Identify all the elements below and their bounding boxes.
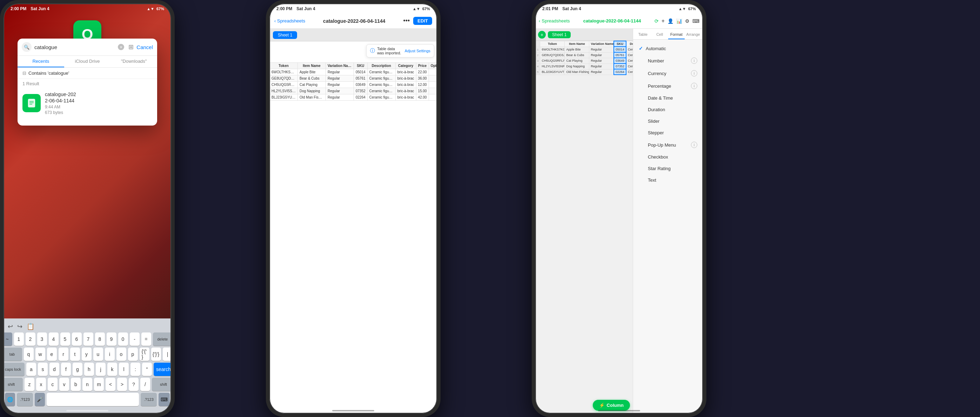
key-r[interactable]: r bbox=[59, 347, 68, 361]
search-input[interactable]: catalogue bbox=[34, 44, 115, 50]
info-icon-button[interactable]: i bbox=[691, 70, 697, 76]
format-option-text[interactable]: Text bbox=[633, 174, 703, 186]
key-3[interactable]: 3 bbox=[37, 333, 47, 346]
key-k[interactable]: k bbox=[107, 363, 117, 376]
info-icon-button[interactable]: i bbox=[691, 142, 697, 148]
key-shift-right[interactable]: shift bbox=[152, 378, 171, 391]
table-row[interactable]: CH5UQG5RFLIV5ATUGQKJJXOCat PlayingRegula… bbox=[270, 82, 438, 88]
key-c[interactable]: c bbox=[48, 378, 57, 391]
format-option-star-rating[interactable]: Star Rating bbox=[633, 163, 703, 174]
key-pipe[interactable]: | bbox=[163, 347, 172, 361]
key-semicolon[interactable]: : bbox=[130, 363, 140, 376]
grid-view-button[interactable]: ⊞ bbox=[128, 43, 134, 51]
tab-downloads[interactable]: "Downloads" bbox=[110, 56, 157, 67]
key-o[interactable]: o bbox=[116, 347, 126, 361]
tab-icloud-drive[interactable]: iCloud Drive bbox=[64, 56, 111, 67]
n3-col-sku[interactable]: SKU bbox=[614, 41, 626, 47]
key-8[interactable]: 8 bbox=[95, 333, 105, 346]
key-space[interactable] bbox=[47, 393, 139, 406]
key-b[interactable]: b bbox=[71, 378, 81, 391]
tab-format[interactable]: Format bbox=[668, 30, 685, 39]
table-row[interactable]: HL2YLSVI5SNP6NIPEGOCP6RDog NappingRegula… bbox=[270, 88, 438, 94]
format-option-number[interactable]: Numberi bbox=[633, 54, 703, 67]
key-keyboard[interactable]: ⌨ bbox=[159, 393, 170, 406]
key-globe[interactable]: 🌐 bbox=[5, 393, 15, 406]
back-button-2[interactable]: ‹ Spreadsheets bbox=[274, 18, 305, 24]
add-column-button[interactable]: ⚡ Column bbox=[593, 400, 630, 411]
tab-table[interactable]: Table bbox=[635, 30, 651, 39]
search-clear-button[interactable]: ✕ bbox=[118, 44, 124, 50]
key-2[interactable]: 2 bbox=[25, 333, 35, 346]
tab-cell[interactable]: Cell bbox=[651, 30, 668, 39]
table-row[interactable]: 3CH5UQG5RFLIV5ATUGQKJJXOCat PlayingRegul… bbox=[536, 58, 633, 64]
format-option-slider[interactable]: Slider bbox=[633, 115, 703, 127]
more-options-button[interactable]: ••• bbox=[403, 17, 410, 25]
key-slash[interactable]: / bbox=[140, 378, 150, 391]
key-shift-left[interactable]: shift bbox=[3, 378, 23, 391]
key-question[interactable]: ? bbox=[129, 378, 138, 391]
key-w[interactable]: w bbox=[35, 347, 45, 361]
chart-icon[interactable]: 📊 bbox=[676, 18, 682, 24]
key-f[interactable]: f bbox=[61, 363, 71, 376]
key-0[interactable]: 0 bbox=[118, 333, 128, 346]
key-5[interactable]: 5 bbox=[60, 333, 70, 346]
key-p[interactable]: p bbox=[128, 347, 138, 361]
key-1[interactable]: 1 bbox=[14, 333, 24, 346]
redo-button[interactable]: ↪ bbox=[17, 323, 22, 330]
add-icon[interactable]: + bbox=[662, 18, 665, 24]
key-l[interactable]: l bbox=[119, 363, 129, 376]
key-q[interactable]: q bbox=[24, 347, 34, 361]
key-m[interactable]: m bbox=[94, 378, 104, 391]
sheet-tab-1[interactable]: Sheet 1 bbox=[273, 31, 297, 39]
key-delete[interactable]: delete bbox=[153, 333, 172, 346]
format-option-pop-up-menu[interactable]: Pop-Up Menui bbox=[633, 138, 703, 151]
info-icon-button[interactable]: i bbox=[691, 57, 697, 64]
format-option-checkbox[interactable]: Checkbox bbox=[633, 151, 703, 163]
key-quote[interactable]: " bbox=[142, 363, 152, 376]
key-x[interactable]: x bbox=[36, 378, 46, 391]
table-row[interactable]: 4HL2YLSVI5SNP6NIPEGOCP6RDog NappingRegul… bbox=[536, 64, 633, 69]
adjust-settings-button[interactable]: Adjust Settings bbox=[405, 49, 430, 53]
format-option-stepper[interactable]: Stepper bbox=[633, 127, 703, 138]
key-mic[interactable]: 🎤 bbox=[35, 393, 45, 406]
key-tilde[interactable]: ~ bbox=[3, 333, 12, 346]
key-9[interactable]: 9 bbox=[107, 333, 116, 346]
edit-button[interactable]: EDIT bbox=[413, 17, 432, 25]
table-row[interactable]: 6WOLTHKS7KGXCSVNDC2DSQXApple BiteRegular… bbox=[270, 69, 438, 75]
format-option-date-&-time[interactable]: Date & Time bbox=[633, 92, 703, 104]
share-icon[interactable]: 👤 bbox=[668, 18, 673, 24]
key-u[interactable]: u bbox=[93, 347, 103, 361]
key-tab[interactable]: tab bbox=[3, 347, 22, 361]
key-lt[interactable]: < bbox=[106, 378, 115, 391]
search-result-item[interactable]: catalogue-2022-06-04-1144 9:44 AM 673 by… bbox=[18, 88, 157, 119]
back-button-3[interactable]: ‹ Spreadsheets bbox=[539, 18, 570, 24]
tab-recents[interactable]: Recents bbox=[18, 56, 64, 67]
key-4[interactable]: 4 bbox=[49, 333, 59, 346]
key-d[interactable]: d bbox=[49, 363, 59, 376]
keyboard-icon-3[interactable]: ⌨ bbox=[692, 18, 699, 24]
key-s[interactable]: s bbox=[38, 363, 48, 376]
key-e[interactable]: e bbox=[47, 347, 57, 361]
add-sheet-button[interactable]: + bbox=[538, 31, 546, 38]
key-equals[interactable]: = bbox=[142, 333, 151, 346]
key-h[interactable]: h bbox=[84, 363, 94, 376]
format-option-percentage[interactable]: Percentagei bbox=[633, 80, 703, 92]
table-row[interactable]: 16WOLTHKS7KGXCSVNDC2DSQXApple BiteRegula… bbox=[536, 47, 633, 52]
key-search[interactable]: search bbox=[154, 363, 171, 376]
key-capslock[interactable]: caps lock bbox=[3, 363, 25, 376]
cancel-button[interactable]: Cancel bbox=[137, 44, 153, 50]
key-z[interactable]: z bbox=[25, 378, 34, 391]
key-lbrace[interactable]: {'{' } bbox=[140, 347, 150, 361]
key-123-left[interactable]: .?123 bbox=[17, 393, 33, 406]
tab-arrange[interactable]: Arrange bbox=[685, 30, 702, 39]
key-n[interactable]: n bbox=[83, 378, 92, 391]
format-option-automatic[interactable]: ✓Automatic bbox=[633, 43, 703, 54]
key-v[interactable]: v bbox=[59, 378, 69, 391]
info-icon-button[interactable]: i bbox=[691, 83, 697, 89]
paste-button[interactable]: 📋 bbox=[27, 323, 34, 330]
key-t[interactable]: t bbox=[70, 347, 80, 361]
table-row[interactable]: 5BLJ23IG5YUVTMA7BUMHDUKYOld Man FishingR… bbox=[536, 69, 633, 75]
n3-sheet-tab-1[interactable]: Sheet 1 bbox=[548, 31, 571, 38]
key-7[interactable]: 7 bbox=[83, 333, 93, 346]
table-row[interactable]: BLJ23IG5YUVTMA7BUMHDUKY ROld Man Fishing… bbox=[270, 94, 438, 101]
